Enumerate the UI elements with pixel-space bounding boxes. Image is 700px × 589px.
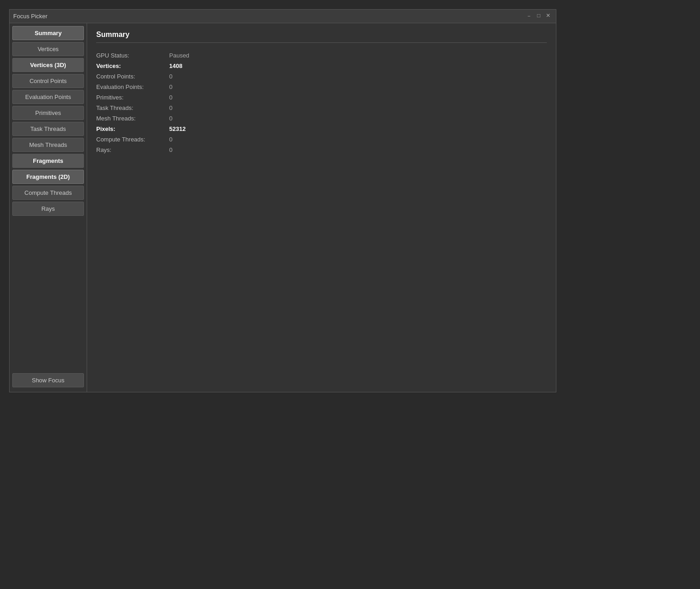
sidebar-item-evaluation-points[interactable]: Evaluation Points (12, 90, 84, 104)
table-row: Compute Threads: 0 (96, 134, 547, 145)
value-control-points: 0 (169, 71, 547, 82)
value-task-threads: 0 (169, 103, 547, 113)
focus-picker-window: Focus Picker － □ ✕ Summary Vertices Vert… (9, 9, 556, 392)
sidebar-item-compute-threads[interactable]: Compute Threads (12, 186, 84, 200)
main-content: Summary GPU Status: Paused Vertices: 140… (87, 23, 556, 392)
sidebar-bottom: Show Focus (12, 373, 84, 389)
label-rays: Rays: (96, 145, 169, 155)
close-button[interactable]: ✕ (544, 12, 552, 20)
value-primitives: 0 (169, 92, 547, 103)
value-pixels: 52312 (169, 124, 547, 134)
minimize-button[interactable]: － (524, 12, 534, 20)
show-focus-button[interactable]: Show Focus (12, 373, 84, 387)
label-compute-threads: Compute Threads: (96, 134, 169, 145)
label-control-points: Control Points: (96, 71, 169, 82)
sidebar-item-fragments-2d[interactable]: Fragments (2D) (12, 170, 84, 184)
table-row: Task Threads: 0 (96, 103, 547, 113)
label-task-threads: Task Threads: (96, 103, 169, 113)
table-row: GPU Status: Paused (96, 50, 547, 61)
value-mesh-threads: 0 (169, 113, 547, 124)
titlebar: Focus Picker － □ ✕ (10, 10, 556, 23)
sidebar-spacer (12, 218, 84, 371)
sidebar-item-fragments[interactable]: Fragments (12, 154, 84, 168)
label-primitives: Primitives: (96, 92, 169, 103)
window-controls: － □ ✕ (524, 12, 552, 20)
window-title: Focus Picker (13, 13, 47, 20)
sidebar-item-task-threads[interactable]: Task Threads (12, 122, 84, 136)
sidebar-item-vertices[interactable]: Vertices (12, 42, 84, 56)
table-row: Evaluation Points: 0 (96, 82, 547, 92)
sidebar: Summary Vertices Vertices (3D) Control P… (10, 23, 87, 392)
window-body: Summary Vertices Vertices (3D) Control P… (10, 23, 556, 392)
summary-table: GPU Status: Paused Vertices: 1408 Contro… (96, 50, 547, 155)
value-rays: 0 (169, 145, 547, 155)
table-row: Rays: 0 (96, 145, 547, 155)
table-row: Control Points: 0 (96, 71, 547, 82)
sidebar-item-mesh-threads[interactable]: Mesh Threads (12, 138, 84, 152)
main-title: Summary (96, 31, 547, 43)
label-mesh-threads: Mesh Threads: (96, 113, 169, 124)
sidebar-item-primitives[interactable]: Primitives (12, 106, 84, 120)
label-gpu-status: GPU Status: (96, 50, 169, 61)
value-vertices: 1408 (169, 61, 547, 71)
label-pixels: Pixels: (96, 124, 169, 134)
restore-button[interactable]: □ (535, 12, 542, 20)
sidebar-item-vertices-3d[interactable]: Vertices (3D) (12, 58, 84, 72)
value-gpu-status: Paused (169, 50, 547, 61)
sidebar-item-summary[interactable]: Summary (12, 26, 84, 40)
label-vertices: Vertices: (96, 61, 169, 71)
label-evaluation-points: Evaluation Points: (96, 82, 169, 92)
value-compute-threads: 0 (169, 134, 547, 145)
sidebar-item-rays[interactable]: Rays (12, 202, 84, 216)
sidebar-item-control-points[interactable]: Control Points (12, 74, 84, 88)
table-row: Mesh Threads: 0 (96, 113, 547, 124)
table-row: Primitives: 0 (96, 92, 547, 103)
table-row: Vertices: 1408 (96, 61, 547, 71)
value-evaluation-points: 0 (169, 82, 547, 92)
table-row: Pixels: 52312 (96, 124, 547, 134)
